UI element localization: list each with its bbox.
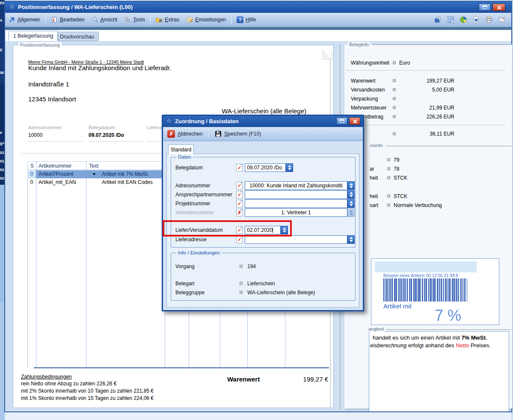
menu-allgemein[interactable]: Allgemein [5, 15, 44, 25]
field-underline [28, 141, 82, 142]
document-info-icon[interactable]: i [473, 16, 480, 23]
dropdown-arrow-icon[interactable] [92, 173, 96, 175]
adressnummer-row: Adressnummer ✓ 10000: Kunde Inland mit Z… [171, 181, 355, 190]
favorite-star-icon[interactable]: ☆ [9, 3, 15, 10]
bg-fragment: a [0, 18, 2, 22]
adressnummer-input[interactable]: 10000: Kunde Inland mit Zahlungskonditi [245, 181, 347, 190]
adressnummer-value[interactable]: 10000 [28, 132, 42, 138]
bg-fragment: 01 [0, 168, 4, 172]
beleggruppe-row: Beleggruppe WA-Lieferschein (alle Belege… [171, 290, 355, 296]
required-check-icon[interactable]: ✓ [236, 191, 243, 198]
cell-artikelnummer: Artikel_mit_EAN [39, 179, 76, 185]
dialog-titlebar: ☆ Zuordnung / Basisdaten [163, 116, 363, 127]
menu-tools[interactable]: Tools [121, 15, 148, 25]
adressnummer-spinner[interactable] [347, 181, 355, 190]
required-check-icon[interactable]: ✓ [236, 182, 243, 189]
restore-icon [340, 119, 344, 123]
table-row[interactable]: 0 Artikel_mit_EAN Artikel mit EAN Codes [27, 178, 178, 186]
excluded-cross-icon[interactable]: ✗ [236, 209, 243, 216]
speichern-button[interactable]: Speichern (F10) [211, 129, 265, 139]
highlight-annotation [163, 220, 292, 237]
beleginfo-row: 36,11 EUR [351, 131, 505, 137]
dialog-restore-button[interactable] [336, 117, 347, 125]
bg-fragment: 01 [0, 151, 4, 155]
belegdatum-input[interactable]: 09.07.2020 /Do [245, 163, 286, 172]
langtext-title-fragment: angtext [367, 326, 385, 331]
favorite-star-icon[interactable]: ☆ [166, 118, 172, 124]
tab-belegerfassung[interactable]: 1 Belegerfassung [9, 31, 58, 41]
bullet-icon [240, 265, 243, 268]
bullet-icon [387, 195, 390, 198]
cascade-windows-icon[interactable] [434, 16, 441, 23]
menu-einstellungen[interactable]: Einstellungen [183, 15, 229, 25]
group-title: Positionserfassung [18, 42, 62, 47]
lieferadresse-input[interactable] [245, 235, 347, 244]
field-underline [89, 141, 142, 142]
projektnummer-input[interactable] [245, 199, 347, 208]
lieferadresse-spinner[interactable] [347, 235, 355, 244]
cell-text: Artikel mit 7% MwSt. [102, 171, 149, 177]
zuordnung-dialog: ☆ Zuordnung / Basisdaten ✗ Abbrechen [162, 115, 364, 311]
beleginfo-title: Beleginfo [348, 42, 370, 47]
belegart-row: Belegart Lieferschein [171, 281, 355, 287]
bullet-icon [393, 61, 396, 64]
menu-hilfe[interactable]: ? Hilfe [233, 15, 259, 25]
bullet-icon [240, 291, 243, 294]
required-check-icon[interactable]: ✓ [236, 164, 243, 172]
belegdatum-spinner[interactable] [286, 163, 293, 172]
preview-line2: 7 % [435, 307, 461, 325]
table-grid-icon[interactable] [447, 16, 454, 23]
bg-fragment: 01 [0, 159, 4, 163]
magnifier-icon [92, 16, 98, 23]
projektnummer-spinner[interactable] [347, 199, 355, 208]
abbrechen-button[interactable]: ✗ Abbrechen [163, 128, 207, 139]
langtext-box[interactable]: handelt es sich um einen Artikel mit 7% … [369, 331, 509, 420]
dotted-separator [346, 70, 505, 71]
close-button[interactable] [492, 3, 505, 11]
table-grid-line [27, 161, 28, 367]
bg-fragment: 02 [0, 176, 4, 180]
menu-extras[interactable]: i Extras [152, 15, 183, 25]
ansprechpartner-input[interactable] [245, 190, 347, 199]
table-row[interactable]: 0 Artikel7Prozent Artikel mit 7% MwSt. [27, 170, 178, 178]
svg-text:i: i [476, 19, 476, 21]
dialog-toolbar: ✗ Abbrechen Speichern (F10) [163, 127, 363, 141]
ansprechpartner-spinner[interactable] [347, 190, 355, 199]
menubar: Allgemein Bearbeiten Ansicht [5, 13, 511, 27]
barcode-caption: Beispiel eines Artikels 00:12:56:31:98:8 [383, 273, 458, 278]
beleginfo-row: Versandkosten 5,00 EUR [351, 87, 505, 93]
menu-ansicht[interactable]: Ansicht [88, 15, 121, 25]
page-dogear [322, 50, 332, 59]
pie-chart-icon[interactable] [460, 16, 467, 23]
bullet-icon [393, 88, 396, 91]
band-separator [5, 27, 511, 30]
dialog-close-button[interactable] [349, 117, 360, 125]
totals-line [34, 367, 329, 368]
tab-standard[interactable]: Standard [168, 145, 194, 154]
email-icon[interactable] [498, 16, 505, 23]
folder-icon: i [156, 16, 163, 23]
total-label: Warenwert [227, 376, 260, 383]
menu-separator [45, 15, 46, 24]
tab-druckvorschau[interactable]: 2 Druckvorschau [51, 32, 99, 41]
menu-bearbeiten[interactable]: Bearbeiten [47, 15, 88, 25]
restore-button[interactable] [479, 3, 491, 11]
table-header-text: Text [89, 163, 98, 169]
belegdatum-value[interactable]: 09.07.2020 /Do [89, 132, 124, 138]
doc-type: WA-Lieferschein (alle Belege) [222, 107, 306, 115]
required-check-icon[interactable]: ✓ [236, 200, 243, 207]
svg-text:i: i [160, 19, 161, 22]
preview-line1: Artikel mit [383, 302, 412, 310]
belegdatum-row: Belegdatum ✓ 09.07.2020 /Do [171, 163, 355, 172]
printer-icon[interactable] [486, 16, 492, 23]
menu-separator [231, 15, 231, 24]
bullet-icon [387, 167, 390, 170]
langtext-line2: eisberechnung erfolgt anhand des Netto P… [370, 342, 491, 349]
positionsinfo-row: 79 [370, 157, 513, 163]
required-check-icon[interactable]: ✓ [236, 236, 243, 243]
langtext-line1: handelt es sich um einen Artikel mit 7% … [373, 334, 487, 341]
bullet-icon [393, 97, 396, 100]
vertreternummer-input[interactable]: 1: Vertreter 1 [245, 208, 347, 217]
bullet-icon [240, 282, 243, 285]
restore-icon [483, 6, 487, 9]
